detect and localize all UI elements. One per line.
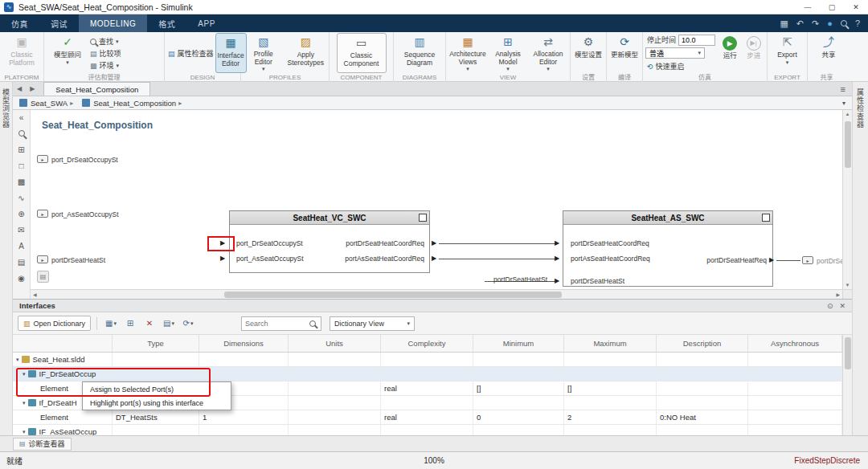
input-port-arrow-icon[interactable]: ▶: [220, 255, 225, 263]
profile-editor-button[interactable]: ▧ Profile Editor▾: [243, 33, 285, 73]
tab-list-icon[interactable]: ≡: [841, 82, 845, 96]
output-port-arrow-icon[interactable]: ▶: [769, 256, 774, 264]
help-icon[interactable]: ?: [855, 18, 860, 28]
search-icon[interactable]: [841, 20, 847, 27]
external-input-port[interactable]: ▸: [37, 255, 48, 263]
canvas-vertical-scrollbar[interactable]: ▲ ▼: [842, 110, 852, 289]
tab-simulation[interactable]: 仿真: [0, 14, 39, 32]
tab-modeling[interactable]: MODELING: [79, 14, 147, 32]
signal-wire[interactable]: [776, 260, 800, 261]
table-row[interactable]: ▾Seat_Heat.sldd: [13, 353, 842, 367]
external-input-port[interactable]: ▸: [37, 155, 48, 163]
property-inspector-button[interactable]: ▤ 属性检查器: [166, 47, 215, 59]
left-dock-tab[interactable]: 模型浏览器: [1, 88, 11, 128]
tab-debug[interactable]: 调试: [39, 14, 79, 32]
input-port-arrow-icon[interactable]: ▶: [555, 255, 559, 263]
canvas-horizontal-scrollbar[interactable]: ◀ ▶: [31, 289, 842, 299]
diagram-canvas[interactable]: Seat_Heat_Composition ▸ port_DrSeatOccup…: [31, 110, 842, 289]
compare-button[interactable]: ▤比较项: [88, 47, 123, 59]
column-header[interactable]: Units: [289, 335, 381, 352]
expander-icon[interactable]: ▾: [23, 400, 26, 406]
diagnostic-viewer-tab[interactable]: ▤ 诊断查看器: [13, 438, 72, 451]
sim-mode-dropdown[interactable]: 普通▾: [645, 47, 705, 59]
update-model-button[interactable]: ⟳ 更新模型: [608, 33, 641, 73]
signal-wire[interactable]: [439, 259, 555, 259]
column-header[interactable]: Type: [113, 335, 199, 352]
model-settings-button[interactable]: ⚙ 模型设置: [572, 33, 604, 73]
input-port-arrow-icon[interactable]: ▶: [555, 239, 559, 247]
scrollbar-thumb[interactable]: [224, 292, 562, 298]
table-row[interactable]: ▾IF_AsSeatOccup: [13, 425, 842, 435]
input-port-arrow-icon[interactable]: ▶: [555, 277, 559, 285]
breadcrumb-dropdown-icon[interactable]: ▾: [842, 100, 845, 107]
environment-button[interactable]: ▩环境▾: [88, 59, 123, 71]
minimize-button[interactable]: —: [796, 0, 820, 14]
fast-restart-button[interactable]: ⟲ 快速重启: [645, 60, 717, 72]
annotation-icon[interactable]: A: [15, 240, 28, 251]
output-port-arrow-icon[interactable]: ▶: [432, 239, 436, 247]
record-icon[interactable]: ●: [827, 18, 833, 28]
external-output-port[interactable]: ▸: [802, 256, 813, 264]
column-header[interactable]: Dimensions: [199, 335, 289, 352]
column-header-name[interactable]: [13, 335, 113, 352]
view-options-button[interactable]: ▤▾: [161, 316, 177, 331]
architecture-views-button[interactable]: ▦ Architecture Views▾: [448, 33, 488, 73]
breadcrumb-item-current[interactable]: Seat_Heat_Composition: [93, 99, 176, 108]
forward-icon[interactable]: ▶: [26, 82, 39, 96]
junction-icon[interactable]: ⊕: [15, 208, 28, 219]
table-row[interactable]: Element DT_HeatSts1real020:NO Heat: [13, 410, 842, 425]
open-dictionary-button[interactable]: ▥ Open Dictionary: [18, 316, 91, 331]
allocation-editor-button[interactable]: ⇄ Allocation Editor▾: [528, 33, 568, 73]
classic-component-button[interactable]: ▭ Classic Component: [337, 33, 387, 73]
menu-item-highlight[interactable]: Highlight port(s) using this interface: [83, 396, 231, 410]
back-icon[interactable]: ◀: [13, 82, 26, 96]
breadcrumb-item-root[interactable]: Seat_SWA: [31, 99, 68, 108]
zoom-icon[interactable]: [15, 128, 28, 139]
signal-wire[interactable]: [439, 243, 555, 244]
block-seatheat-as-swc[interactable]: SeatHeat_AS_SWC: [563, 210, 773, 287]
close-panel-icon[interactable]: ✕: [839, 302, 845, 310]
area-icon[interactable]: ▩: [15, 176, 28, 187]
scrollbar-thumb[interactable]: [845, 121, 851, 168]
mail-badge-icon[interactable]: ✉: [15, 224, 28, 235]
import-button[interactable]: ⊞: [122, 316, 138, 331]
viewer-icon[interactable]: ◉: [15, 272, 28, 283]
search-input[interactable]: [245, 320, 309, 328]
sequence-diagram-button[interactable]: ▥ Sequence Diagram: [397, 33, 442, 73]
column-header[interactable]: Maximum: [564, 335, 657, 352]
scrollbar-thumb[interactable]: [845, 337, 851, 369]
tab-apps[interactable]: APP: [186, 14, 227, 32]
property-inspector-dock-tab[interactable]: 属性检查器: [855, 88, 866, 128]
export-button[interactable]: ⇱ Export▾: [770, 33, 805, 73]
refresh-button[interactable]: ⟳▾: [180, 316, 196, 331]
document-tab[interactable]: Seat_Heat_Composition: [43, 82, 150, 96]
column-header[interactable]: Complexity: [381, 335, 473, 352]
output-port-arrow-icon[interactable]: ▶: [432, 255, 436, 263]
fit-view-icon[interactable]: ⊞: [15, 144, 28, 155]
curve-icon[interactable]: ∿: [15, 192, 28, 203]
restore-button[interactable]: ▢: [820, 0, 844, 14]
column-header[interactable]: Minimum: [473, 335, 564, 352]
analysis-model-button[interactable]: ⊞ Analysis Model▾: [488, 33, 528, 73]
column-header[interactable]: Description: [657, 335, 748, 352]
canvas-corner-icon[interactable]: ▤: [37, 271, 49, 283]
stop-time-input[interactable]: [678, 35, 715, 46]
hide-browser-icon[interactable]: «: [15, 112, 28, 123]
expander-icon[interactable]: ▾: [23, 429, 26, 435]
panel-scrollbar[interactable]: [842, 335, 852, 435]
layout-icon[interactable]: ▦: [780, 18, 788, 29]
undo-icon[interactable]: ↶: [796, 18, 804, 29]
external-input-port[interactable]: ▸: [37, 210, 48, 218]
image-icon[interactable]: ▤: [15, 256, 28, 267]
undock-icon[interactable]: ⊙: [827, 302, 833, 310]
column-header[interactable]: Asynchronous: [748, 335, 842, 352]
redo-icon[interactable]: ↷: [812, 18, 819, 29]
expander-icon[interactable]: ▾: [16, 357, 19, 363]
model-advisor-button[interactable]: ✓ 模型顾问▾: [47, 33, 88, 73]
apply-stereotypes-button[interactable]: ▨ Apply Stereotypes: [285, 33, 327, 73]
delete-entry-button[interactable]: ✕: [141, 316, 158, 331]
close-button[interactable]: ✕: [844, 0, 868, 14]
share-button[interactable]: ⤴ 共享: [813, 33, 845, 73]
shape-icon[interactable]: □: [15, 160, 28, 171]
find-button[interactable]: 查找▾: [88, 35, 123, 47]
